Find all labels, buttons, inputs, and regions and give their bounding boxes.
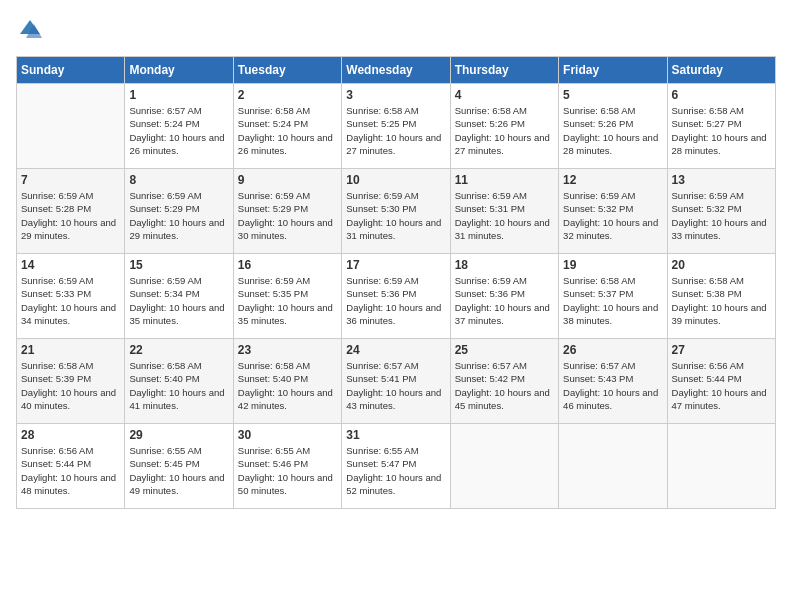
weekday-header-row: SundayMondayTuesdayWednesdayThursdayFrid… bbox=[17, 57, 776, 84]
week-row-5: 28Sunrise: 6:56 AMSunset: 5:44 PMDayligh… bbox=[17, 424, 776, 509]
calendar-cell: 21Sunrise: 6:58 AMSunset: 5:39 PMDayligh… bbox=[17, 339, 125, 424]
day-info: Sunrise: 6:56 AMSunset: 5:44 PMDaylight:… bbox=[21, 444, 120, 497]
weekday-header-monday: Monday bbox=[125, 57, 233, 84]
calendar-cell: 17Sunrise: 6:59 AMSunset: 5:36 PMDayligh… bbox=[342, 254, 450, 339]
day-info: Sunrise: 6:58 AMSunset: 5:27 PMDaylight:… bbox=[672, 104, 771, 157]
day-info: Sunrise: 6:59 AMSunset: 5:29 PMDaylight:… bbox=[129, 189, 228, 242]
calendar-cell: 22Sunrise: 6:58 AMSunset: 5:40 PMDayligh… bbox=[125, 339, 233, 424]
calendar-cell: 24Sunrise: 6:57 AMSunset: 5:41 PMDayligh… bbox=[342, 339, 450, 424]
day-info: Sunrise: 6:59 AMSunset: 5:36 PMDaylight:… bbox=[346, 274, 445, 327]
weekday-header-thursday: Thursday bbox=[450, 57, 558, 84]
calendar-cell bbox=[667, 424, 775, 509]
calendar-cell bbox=[559, 424, 667, 509]
calendar-cell: 4Sunrise: 6:58 AMSunset: 5:26 PMDaylight… bbox=[450, 84, 558, 169]
day-info: Sunrise: 6:58 AMSunset: 5:40 PMDaylight:… bbox=[238, 359, 337, 412]
day-number: 18 bbox=[455, 258, 554, 272]
day-info: Sunrise: 6:59 AMSunset: 5:32 PMDaylight:… bbox=[672, 189, 771, 242]
day-info: Sunrise: 6:58 AMSunset: 5:26 PMDaylight:… bbox=[455, 104, 554, 157]
page-header bbox=[16, 16, 776, 44]
weekday-header-saturday: Saturday bbox=[667, 57, 775, 84]
day-number: 31 bbox=[346, 428, 445, 442]
calendar-cell: 18Sunrise: 6:59 AMSunset: 5:36 PMDayligh… bbox=[450, 254, 558, 339]
calendar-table: SundayMondayTuesdayWednesdayThursdayFrid… bbox=[16, 56, 776, 509]
day-info: Sunrise: 6:59 AMSunset: 5:36 PMDaylight:… bbox=[455, 274, 554, 327]
day-number: 9 bbox=[238, 173, 337, 187]
day-info: Sunrise: 6:59 AMSunset: 5:29 PMDaylight:… bbox=[238, 189, 337, 242]
day-number: 1 bbox=[129, 88, 228, 102]
calendar-cell: 12Sunrise: 6:59 AMSunset: 5:32 PMDayligh… bbox=[559, 169, 667, 254]
day-info: Sunrise: 6:57 AMSunset: 5:41 PMDaylight:… bbox=[346, 359, 445, 412]
day-info: Sunrise: 6:59 AMSunset: 5:31 PMDaylight:… bbox=[455, 189, 554, 242]
day-number: 27 bbox=[672, 343, 771, 357]
week-row-3: 14Sunrise: 6:59 AMSunset: 5:33 PMDayligh… bbox=[17, 254, 776, 339]
day-number: 11 bbox=[455, 173, 554, 187]
logo-icon bbox=[16, 16, 44, 44]
calendar-cell: 8Sunrise: 6:59 AMSunset: 5:29 PMDaylight… bbox=[125, 169, 233, 254]
day-number: 4 bbox=[455, 88, 554, 102]
calendar-cell: 25Sunrise: 6:57 AMSunset: 5:42 PMDayligh… bbox=[450, 339, 558, 424]
calendar-cell: 20Sunrise: 6:58 AMSunset: 5:38 PMDayligh… bbox=[667, 254, 775, 339]
day-info: Sunrise: 6:58 AMSunset: 5:39 PMDaylight:… bbox=[21, 359, 120, 412]
day-number: 8 bbox=[129, 173, 228, 187]
calendar-cell: 15Sunrise: 6:59 AMSunset: 5:34 PMDayligh… bbox=[125, 254, 233, 339]
day-number: 19 bbox=[563, 258, 662, 272]
calendar-cell: 27Sunrise: 6:56 AMSunset: 5:44 PMDayligh… bbox=[667, 339, 775, 424]
day-info: Sunrise: 6:57 AMSunset: 5:42 PMDaylight:… bbox=[455, 359, 554, 412]
day-number: 15 bbox=[129, 258, 228, 272]
day-info: Sunrise: 6:57 AMSunset: 5:24 PMDaylight:… bbox=[129, 104, 228, 157]
day-number: 30 bbox=[238, 428, 337, 442]
week-row-1: 1Sunrise: 6:57 AMSunset: 5:24 PMDaylight… bbox=[17, 84, 776, 169]
weekday-header-friday: Friday bbox=[559, 57, 667, 84]
day-number: 5 bbox=[563, 88, 662, 102]
day-number: 2 bbox=[238, 88, 337, 102]
day-number: 26 bbox=[563, 343, 662, 357]
day-number: 10 bbox=[346, 173, 445, 187]
day-info: Sunrise: 6:58 AMSunset: 5:24 PMDaylight:… bbox=[238, 104, 337, 157]
day-info: Sunrise: 6:55 AMSunset: 5:45 PMDaylight:… bbox=[129, 444, 228, 497]
day-number: 17 bbox=[346, 258, 445, 272]
calendar-cell: 26Sunrise: 6:57 AMSunset: 5:43 PMDayligh… bbox=[559, 339, 667, 424]
day-info: Sunrise: 6:55 AMSunset: 5:46 PMDaylight:… bbox=[238, 444, 337, 497]
day-number: 6 bbox=[672, 88, 771, 102]
day-number: 14 bbox=[21, 258, 120, 272]
day-info: Sunrise: 6:58 AMSunset: 5:26 PMDaylight:… bbox=[563, 104, 662, 157]
day-info: Sunrise: 6:58 AMSunset: 5:38 PMDaylight:… bbox=[672, 274, 771, 327]
day-number: 12 bbox=[563, 173, 662, 187]
day-info: Sunrise: 6:56 AMSunset: 5:44 PMDaylight:… bbox=[672, 359, 771, 412]
calendar-cell: 2Sunrise: 6:58 AMSunset: 5:24 PMDaylight… bbox=[233, 84, 341, 169]
calendar-cell: 3Sunrise: 6:58 AMSunset: 5:25 PMDaylight… bbox=[342, 84, 450, 169]
day-number: 28 bbox=[21, 428, 120, 442]
day-info: Sunrise: 6:59 AMSunset: 5:35 PMDaylight:… bbox=[238, 274, 337, 327]
calendar-cell: 5Sunrise: 6:58 AMSunset: 5:26 PMDaylight… bbox=[559, 84, 667, 169]
calendar-cell: 9Sunrise: 6:59 AMSunset: 5:29 PMDaylight… bbox=[233, 169, 341, 254]
calendar-cell: 29Sunrise: 6:55 AMSunset: 5:45 PMDayligh… bbox=[125, 424, 233, 509]
calendar-cell: 13Sunrise: 6:59 AMSunset: 5:32 PMDayligh… bbox=[667, 169, 775, 254]
calendar-cell: 6Sunrise: 6:58 AMSunset: 5:27 PMDaylight… bbox=[667, 84, 775, 169]
day-info: Sunrise: 6:59 AMSunset: 5:30 PMDaylight:… bbox=[346, 189, 445, 242]
calendar-cell: 23Sunrise: 6:58 AMSunset: 5:40 PMDayligh… bbox=[233, 339, 341, 424]
day-number: 25 bbox=[455, 343, 554, 357]
calendar-cell: 1Sunrise: 6:57 AMSunset: 5:24 PMDaylight… bbox=[125, 84, 233, 169]
day-info: Sunrise: 6:59 AMSunset: 5:34 PMDaylight:… bbox=[129, 274, 228, 327]
weekday-header-tuesday: Tuesday bbox=[233, 57, 341, 84]
day-number: 16 bbox=[238, 258, 337, 272]
day-info: Sunrise: 6:58 AMSunset: 5:40 PMDaylight:… bbox=[129, 359, 228, 412]
calendar-cell: 16Sunrise: 6:59 AMSunset: 5:35 PMDayligh… bbox=[233, 254, 341, 339]
calendar-cell: 11Sunrise: 6:59 AMSunset: 5:31 PMDayligh… bbox=[450, 169, 558, 254]
day-number: 21 bbox=[21, 343, 120, 357]
calendar-cell bbox=[450, 424, 558, 509]
day-info: Sunrise: 6:59 AMSunset: 5:33 PMDaylight:… bbox=[21, 274, 120, 327]
calendar-cell: 19Sunrise: 6:58 AMSunset: 5:37 PMDayligh… bbox=[559, 254, 667, 339]
day-info: Sunrise: 6:55 AMSunset: 5:47 PMDaylight:… bbox=[346, 444, 445, 497]
calendar-cell: 30Sunrise: 6:55 AMSunset: 5:46 PMDayligh… bbox=[233, 424, 341, 509]
calendar-cell: 28Sunrise: 6:56 AMSunset: 5:44 PMDayligh… bbox=[17, 424, 125, 509]
calendar-cell: 14Sunrise: 6:59 AMSunset: 5:33 PMDayligh… bbox=[17, 254, 125, 339]
day-number: 13 bbox=[672, 173, 771, 187]
week-row-2: 7Sunrise: 6:59 AMSunset: 5:28 PMDaylight… bbox=[17, 169, 776, 254]
logo bbox=[16, 16, 46, 44]
calendar-cell bbox=[17, 84, 125, 169]
calendar-cell: 7Sunrise: 6:59 AMSunset: 5:28 PMDaylight… bbox=[17, 169, 125, 254]
day-number: 29 bbox=[129, 428, 228, 442]
calendar-cell: 10Sunrise: 6:59 AMSunset: 5:30 PMDayligh… bbox=[342, 169, 450, 254]
day-info: Sunrise: 6:59 AMSunset: 5:32 PMDaylight:… bbox=[563, 189, 662, 242]
